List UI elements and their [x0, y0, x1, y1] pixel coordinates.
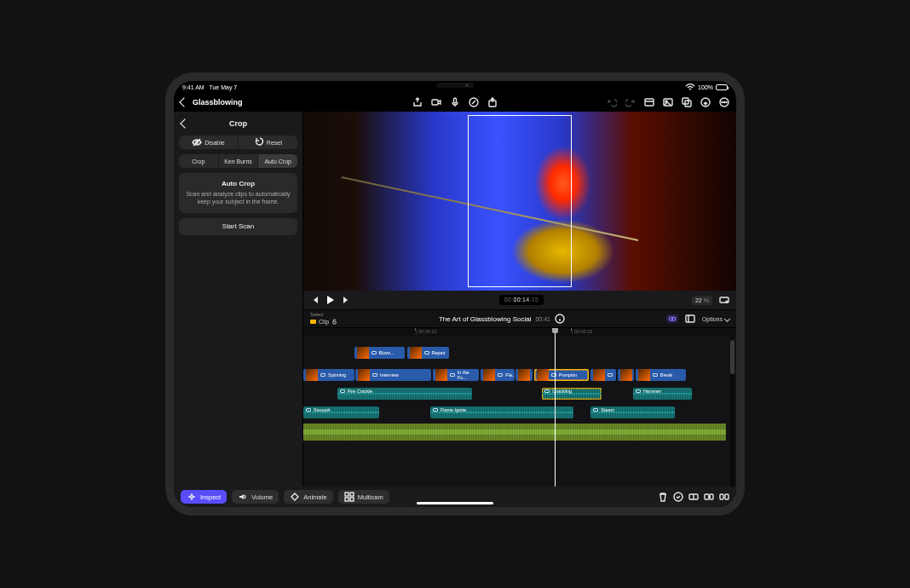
reset-button[interactable]: Reset — [238, 135, 297, 149]
timeline-clip[interactable] — [590, 369, 616, 381]
split-tool-icon[interactable] — [719, 492, 729, 502]
timeline-clip[interactable]: Break — [636, 369, 687, 381]
svg-point-13 — [726, 101, 727, 102]
timeline-clip[interactable] — [515, 369, 533, 381]
project-duration: 00:41 — [535, 316, 550, 322]
effects-icon[interactable] — [682, 97, 692, 107]
clip-thumbnail — [537, 369, 549, 381]
timeline-track[interactable]: Blowt...Repair — [303, 347, 726, 359]
ipad-device-frame: 9:41 AM Tue May 7 100% Glassblowing — [165, 72, 745, 516]
transport-bar: 00:00:14:15 22 % — [303, 291, 736, 309]
viewer-zoom[interactable]: 22 % — [692, 296, 712, 305]
autocrop-description: Scan and analyze clips to automatically … — [186, 191, 291, 206]
clip-thumbnail — [358, 369, 370, 381]
draw-icon[interactable] — [469, 97, 479, 107]
home-indicator[interactable] — [417, 502, 493, 504]
clip-thumbnail — [357, 347, 369, 359]
timecode-display[interactable]: 00:00:14:15 — [499, 295, 544, 305]
timeline-clip[interactable]: Swoosh — [303, 406, 379, 418]
main-area: 00:00:14:15 22 % Select Clip The Art of … — [303, 112, 736, 507]
clip-label: Hammer — [643, 389, 661, 394]
disable-button[interactable]: Disable — [179, 135, 238, 149]
svg-point-27 — [674, 493, 682, 501]
timeline-clip[interactable]: In the Fu... — [433, 369, 480, 381]
undo-icon[interactable] — [607, 97, 617, 107]
audio-meter-icon[interactable] — [700, 97, 711, 107]
svg-rect-4 — [645, 99, 654, 106]
approve-check-icon[interactable] — [673, 492, 683, 502]
crop-mode-kenburns[interactable]: Ken Burns — [218, 154, 258, 168]
animate-keyframe-icon — [290, 492, 300, 502]
inspector-panel: Crop Disable Reset Crop Ken Burns Auto C… — [174, 112, 303, 507]
volume-button[interactable]: Volume — [232, 490, 279, 504]
project-title: Glassblowing — [193, 98, 243, 107]
options-menu[interactable]: Options — [702, 316, 729, 322]
timeline-clip[interactable]: Steam — [590, 406, 675, 418]
timeline-ruler[interactable]: | 00:00:10| 00:00:15 — [303, 328, 736, 337]
prev-frame-icon[interactable] — [310, 295, 320, 305]
scrollbar-thumb[interactable] — [730, 340, 734, 374]
playhead[interactable] — [555, 328, 556, 507]
clip-video-icon — [424, 351, 429, 355]
clip-video-icon — [320, 373, 325, 377]
timeline-clip[interactable]: Fla... — [481, 369, 515, 381]
play-button-icon[interactable] — [327, 296, 334, 304]
position-tool-icon[interactable] — [704, 492, 714, 502]
next-frame-icon[interactable] — [341, 295, 351, 305]
trash-icon[interactable] — [658, 492, 668, 502]
animate-button[interactable]: Animate — [284, 490, 333, 504]
timeline-track[interactable]: SwooshFlame IgniteSteam — [303, 406, 726, 418]
timeline-clip[interactable]: Crackling — [542, 388, 601, 400]
timeline-clip[interactable]: Hammer — [633, 388, 692, 400]
crop-mode-segment: Crop Ken Burns Auto Crop — [179, 154, 297, 168]
browser-toggle-icon[interactable] — [644, 97, 654, 107]
share-icon[interactable] — [412, 97, 423, 107]
redo-icon[interactable] — [625, 97, 636, 107]
photo-icon[interactable] — [663, 97, 673, 107]
clip-thumbnail — [306, 369, 318, 381]
start-scan-button[interactable]: Start Scan — [179, 218, 297, 235]
timeline-clip[interactable]: Pumpkin — [534, 369, 589, 381]
music-track[interactable] — [303, 424, 726, 441]
eye-off-icon — [192, 137, 202, 147]
back-chevron-icon[interactable] — [179, 97, 188, 107]
viewer[interactable] — [303, 112, 736, 291]
timeline-clip[interactable]: Fire Crackle — [337, 388, 473, 400]
trim-tool-icon[interactable] — [688, 492, 699, 502]
timeline[interactable]: | 00:00:10| 00:00:15 Blowt...RepairSpinn… — [303, 328, 736, 507]
timeline-track[interactable]: SpinningInterviewIn the Fu...Fla...Pumpk… — [303, 369, 726, 381]
clip-video-icon — [498, 373, 503, 377]
crop-mode-autocrop[interactable]: Auto Crop — [257, 154, 297, 168]
crop-mode-crop[interactable]: Crop — [179, 154, 218, 168]
selection-indicator[interactable]: Select Clip — [310, 313, 337, 325]
timeline-clip[interactable]: Blowt... — [354, 347, 406, 359]
svg-rect-0 — [432, 100, 438, 105]
timeline-clip[interactable]: Interview — [355, 369, 431, 381]
multicam-grid-icon — [344, 492, 354, 502]
inspect-button[interactable]: Inspect — [181, 490, 227, 504]
camera-icon[interactable] — [431, 97, 441, 107]
export-icon[interactable] — [487, 97, 498, 107]
project-name: The Art of Glassblowing Social — [439, 315, 532, 323]
project-info-icon[interactable] — [555, 314, 565, 324]
clip-label: Repair — [432, 350, 446, 355]
timeline-clip[interactable]: Spinning — [303, 369, 354, 381]
svg-point-12 — [723, 101, 724, 102]
timeline-clip[interactable]: Flame Ignite — [430, 406, 574, 418]
clip-video-icon — [450, 373, 455, 377]
timeline-track[interactable]: Fire CrackleCracklingHammer — [303, 388, 726, 400]
voiceover-mic-icon[interactable] — [450, 97, 460, 107]
more-icon[interactable] — [719, 97, 729, 107]
chevron-down-icon — [724, 315, 730, 321]
focus-icon[interactable] — [666, 314, 678, 323]
status-time-date: 9:41 AM Tue May 7 — [182, 84, 237, 90]
clip-label: Steam — [601, 407, 614, 412]
timeline-index-icon[interactable] — [685, 314, 695, 324]
timeline-clip[interactable] — [618, 369, 635, 381]
timeline-scrollbar[interactable] — [730, 337, 734, 505]
svg-rect-17 — [333, 321, 337, 324]
viewer-display-options-icon[interactable] — [719, 295, 729, 305]
multicam-button[interactable]: Multicam — [338, 490, 389, 504]
clip-label: In the Fu... — [458, 370, 477, 380]
timeline-clip[interactable]: Repair — [407, 347, 450, 359]
